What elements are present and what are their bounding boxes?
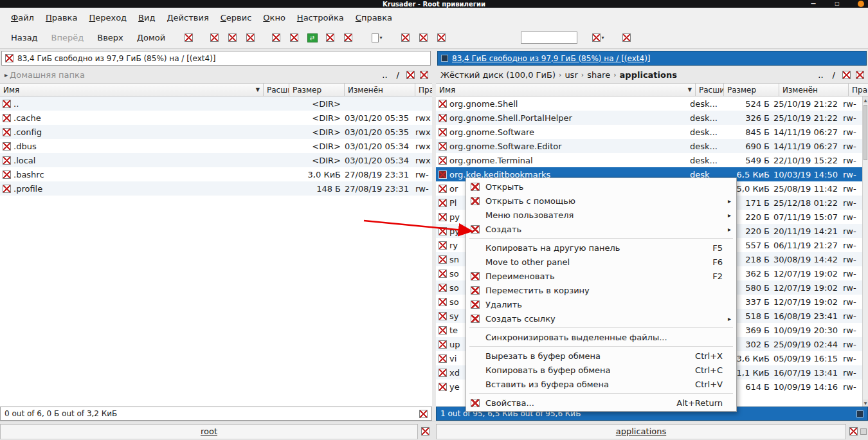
status-box-icon[interactable] [856, 410, 863, 417]
context-menu-item[interactable]: Move to other panelF6 [466, 255, 736, 269]
left-disk-info-bar[interactable]: 83,4 ГиБ свободно из 97,9 ГиБ (85%) на /… [1, 51, 431, 66]
context-menu-item[interactable]: Копировать в буфер обменаCtrl+C [466, 363, 736, 377]
file-menu-dropdown-button[interactable]: ▾ [366, 30, 388, 46]
toolbar-dropdown-button[interactable]: ▾ [587, 30, 609, 46]
toolbar-icon-button[interactable] [433, 30, 449, 46]
menubar-item[interactable]: Вид [132, 10, 161, 26]
file-icon [3, 100, 11, 108]
window-title: Krusader - Root привилегии [383, 1, 485, 8]
column-header-size[interactable]: Размер [289, 84, 345, 96]
back-button[interactable]: Назад [5, 30, 44, 46]
column-header-modified[interactable]: Изменён [345, 84, 415, 96]
toolbar-icon-button[interactable] [242, 30, 258, 46]
file-icon [439, 255, 447, 264]
forward-button[interactable]: Вперёд [46, 30, 90, 46]
context-menu-item[interactable]: Вырезать в буфер обменаCtrl+X [466, 349, 736, 363]
home-button[interactable]: Домой [131, 30, 171, 46]
file-size: <DIR> [289, 156, 345, 165]
breadcrumb-segment[interactable]: applications [618, 70, 679, 80]
close-icon[interactable] [858, 1, 864, 7]
broken-icon[interactable] [419, 410, 428, 418]
scroll-down-icon[interactable]: ▼ [863, 399, 868, 407]
menu-item-shortcut: Ctrl+C [680, 365, 723, 375]
toolbar-icon-button[interactable] [415, 30, 431, 46]
toolbar-icon-button[interactable] [322, 30, 338, 46]
file-row[interactable]: .config<DIR>03/01/20 05:35rwx [0, 125, 432, 139]
menubar-item[interactable]: Правка [40, 10, 83, 26]
toolbar-icon-button[interactable] [286, 30, 302, 46]
menubar-item[interactable]: Справка [350, 10, 398, 26]
column-header-ext[interactable]: Расшир [264, 84, 289, 96]
menubar-item[interactable]: Переход [83, 10, 132, 26]
sync-browse-button[interactable] [841, 69, 852, 80]
column-header-label: Размер [727, 86, 756, 95]
breadcrumb-segment[interactable]: share [585, 70, 612, 80]
toolbar-icon-button[interactable] [224, 30, 240, 46]
context-menu-item[interactable]: Открыть [466, 179, 736, 194]
context-menu-item[interactable]: Синхронизировать выделенные файлы... [466, 330, 736, 344]
breadcrumb-segment[interactable]: Жёсткий диск (100,0 ГиБ) [439, 70, 557, 80]
breadcrumb-home-label[interactable]: Домашняя папка [10, 70, 85, 80]
toolbar-icon-button[interactable] [619, 30, 635, 46]
file-row[interactable]: .local<DIR>03/01/20 05:34rwx [0, 153, 432, 167]
scrollbar-thumb[interactable] [863, 105, 867, 160]
context-menu-item[interactable]: Удалить [466, 297, 736, 311]
bookmarks-button[interactable] [419, 69, 429, 80]
tab-root[interactable]: root [0, 424, 418, 439]
file-row[interactable]: org.gnome.Software.Editordesk...690 Б14/… [436, 139, 862, 153]
file-row[interactable]: .profile148 Б27/08/19 23:31rw- [0, 181, 432, 196]
minimize-icon[interactable]: — [810, 1, 817, 7]
file-row[interactable]: org.gnome.Shell.PortalHelperdesk...326 Б… [436, 111, 862, 125]
file-row[interactable]: org.gnome.Shelldesk...524 Б25/10/19 21:2… [436, 96, 862, 111]
context-menu-item[interactable]: Создать ссылку▸ [466, 311, 736, 325]
menubar-item[interactable]: Действия [161, 10, 214, 26]
root-dir-button[interactable]: / [393, 69, 402, 80]
toolbar-icon-button[interactable] [268, 30, 284, 46]
bookmarks-button[interactable] [854, 69, 865, 80]
dir-up-button[interactable]: .. [379, 69, 390, 80]
right-disk-info-bar[interactable]: 83,4 ГиБ свободно из 97,9 ГиБ (85%) на /… [437, 51, 867, 66]
file-row[interactable]: org.gnome.Softwaredesk...845 Б14/11/19 0… [436, 125, 862, 139]
column-header-name[interactable]: Имя ▼ [0, 84, 264, 96]
toolbar-icon-button[interactable] [206, 30, 222, 46]
toolbar-icon-button[interactable] [340, 30, 356, 46]
dir-up-button[interactable]: .. [815, 69, 826, 80]
tab-applications[interactable]: applications [436, 424, 846, 439]
toolbar-icon-button[interactable] [397, 30, 413, 46]
column-header-size[interactable]: Размер [724, 84, 779, 96]
new-tab-button[interactable] [847, 426, 859, 437]
new-tab-button[interactable] [419, 426, 431, 437]
menubar-item[interactable]: Сервис [215, 10, 258, 26]
context-menu-item[interactable]: Вставить из буфера обменаCtrl+V [466, 377, 736, 391]
context-menu-item[interactable]: ПереименоватьF2 [466, 269, 736, 283]
sync-panels-button[interactable]: ⇄ [304, 30, 320, 46]
file-row[interactable]: org.gnome.Terminaldesk...549 Б22/10/19 1… [436, 153, 862, 167]
file-row[interactable]: ..<DIR> [0, 96, 432, 111]
context-menu-item[interactable]: Открыть с помощью▸ [466, 194, 736, 208]
root-dir-button[interactable]: / [829, 69, 838, 80]
scrollbar[interactable]: ▲ ▼ [862, 96, 868, 407]
toolbar-icon-button[interactable] [181, 30, 197, 46]
file-row[interactable]: .dbus<DIR>03/01/20 05:34rwx [0, 139, 432, 153]
context-menu-item[interactable]: Копировать на другую панельF5 [466, 241, 736, 255]
menubar-item[interactable]: Файл [5, 10, 40, 26]
column-header-permissions[interactable]: Пра [415, 84, 432, 96]
toolbar-search-input[interactable] [521, 32, 577, 44]
context-menu-item[interactable]: Создать▸ [466, 222, 736, 236]
column-header-ext[interactable]: Расшир [696, 84, 724, 96]
maximize-icon[interactable]: □ [834, 1, 840, 7]
menubar-item[interactable]: Настройка [291, 10, 350, 26]
file-row[interactable]: .bashrc3,0 КиБ27/08/19 23:31rw- [0, 167, 432, 181]
context-menu-item[interactable]: Переместить в корзину [466, 283, 736, 297]
column-header-modified[interactable]: Изменён [779, 84, 849, 96]
file-row[interactable]: .cache<DIR>03/01/20 05:35rwx [0, 111, 432, 125]
context-menu-item[interactable]: Свойства...Alt+Return [466, 396, 736, 410]
context-menu-item[interactable]: Меню пользователя▸ [466, 208, 736, 222]
column-header-name[interactable]: Имя ▼ [436, 84, 696, 96]
breadcrumb-segment[interactable]: usr [563, 70, 579, 80]
column-header-permissions[interactable]: Пра [849, 84, 868, 96]
sync-browse-button[interactable] [405, 69, 416, 80]
up-button[interactable]: Вверх [91, 30, 129, 46]
scroll-up-icon[interactable]: ▲ [863, 96, 868, 104]
menubar-item[interactable]: Окно [257, 10, 291, 26]
